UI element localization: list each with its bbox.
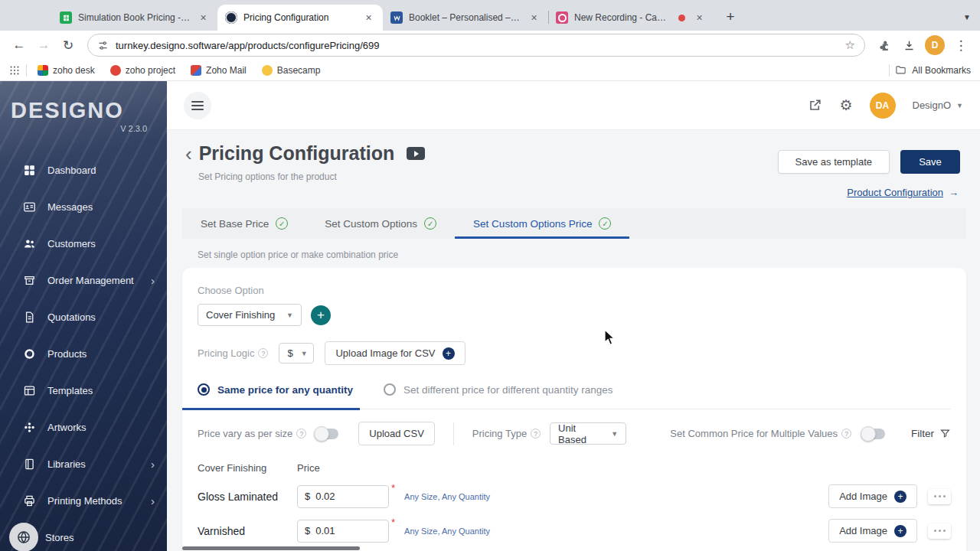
save-as-template-button[interactable]: Save as template (778, 150, 890, 174)
option-name: Gloss Laminated (198, 491, 297, 503)
bookmark-zoho-mail[interactable]: Zoho Mail (186, 65, 251, 76)
app-window: DESIGNO V 2.3.0 Dashboard Messages Custo… (0, 81, 980, 551)
info-icon[interactable]: ? (296, 429, 306, 439)
pricing-controls-row: Price vary as per size ? Upload CSV Pric… (198, 422, 951, 445)
sidebar-item-label: Order Management (47, 275, 134, 286)
close-icon[interactable]: × (197, 11, 210, 24)
chevron-down-icon[interactable]: ▼ (963, 13, 971, 21)
plus-circle-icon: + (894, 525, 906, 537)
sidebar-item-artworks[interactable]: Artworks (0, 409, 167, 445)
zoho-mail-icon (191, 65, 201, 76)
tab-set-base-price[interactable]: Set Base Price ✓ (182, 208, 306, 239)
pricing-steps-tabs: Set Base Price ✓ Set Custom Options ✓ Se… (182, 208, 966, 239)
sidebar-item-messages[interactable]: Messages (0, 188, 167, 225)
horizontal-scrollbar-thumb[interactable] (182, 546, 360, 550)
close-icon[interactable]: × (528, 11, 541, 24)
tune-icon[interactable] (97, 40, 109, 51)
price-value-input[interactable] (315, 491, 381, 502)
camera-icon (556, 11, 568, 24)
add-image-button[interactable]: Add Image + (828, 484, 917, 508)
browser-tab-sheets[interactable]: Simulation Book Pricing - 1.x × (52, 5, 217, 31)
download-icon[interactable] (897, 34, 920, 57)
back-chevron-button[interactable]: ‹ (185, 144, 192, 164)
sidebar-item-printing-methods[interactable]: Printing Methods › (0, 482, 167, 519)
add-option-button[interactable]: + (311, 305, 331, 325)
more-options-button[interactable] (928, 489, 951, 504)
user-avatar[interactable]: DA (870, 93, 896, 119)
all-bookmarks-button[interactable]: All Bookmarks (912, 65, 971, 76)
workspace-switcher[interactable]: DesignO ▼ (913, 99, 964, 111)
bookmark-zoho-project[interactable]: zoho project (106, 65, 180, 76)
add-image-button[interactable]: Add Image + (828, 519, 917, 543)
close-icon[interactable]: × (693, 11, 706, 24)
sidebar-item-label: Artworks (47, 422, 87, 433)
sidebar-item-templates[interactable]: Templates (0, 372, 167, 409)
tab-title: Booklet – Personalised – Wor (409, 12, 521, 23)
sidebar-item-libraries[interactable]: Libraries › (0, 445, 167, 482)
tab-title: New Recording - Camera (574, 12, 672, 23)
browser-profile-avatar[interactable]: D (925, 35, 945, 55)
sidebar-item-quotations[interactable]: Quotations (0, 298, 167, 335)
sidebar-item-customers[interactable]: Customers (0, 225, 167, 262)
sidebar-item-label: Quotations (47, 311, 96, 323)
bookmark-zoho-desk[interactable]: zoho desk (33, 65, 100, 76)
back-button[interactable]: ← (8, 34, 31, 57)
quantity-mode-row: Same price for any quantity Set differen… (198, 383, 951, 409)
bookmark-basecamp[interactable]: Basecamp (257, 65, 325, 76)
radio-same-price[interactable]: Same price for any quantity (198, 383, 353, 396)
sidebar-item-stores[interactable]: Stores (0, 519, 167, 551)
save-button[interactable]: Save (900, 150, 960, 174)
price-input[interactable]: $ (297, 485, 389, 508)
info-icon[interactable]: ? (258, 348, 268, 358)
more-options-button[interactable] (928, 523, 951, 539)
forward-button[interactable]: → (32, 34, 55, 57)
apps-grid-icon[interactable] (9, 65, 20, 76)
common-price-toggle[interactable] (862, 429, 885, 439)
tutorial-video-icon[interactable] (407, 147, 425, 160)
browser-tab-booklet[interactable]: Booklet – Personalised – Wor × (383, 5, 548, 31)
customers-icon (23, 237, 36, 250)
sidebar-item-order-management[interactable]: Order Management › (0, 262, 167, 298)
sidebar-item-products[interactable]: Products (0, 335, 167, 372)
hamburger-menu-button[interactable] (184, 92, 211, 119)
currency-prefix: $ (305, 491, 310, 502)
tab-set-custom-options[interactable]: Set Custom Options ✓ (306, 208, 455, 239)
sidebar-item-dashboard[interactable]: Dashboard (0, 152, 167, 188)
printing-methods-icon (23, 494, 36, 507)
browser-tab-pricing-configuration[interactable]: Pricing Configuration × (217, 5, 383, 31)
reload-button[interactable]: ↻ (57, 34, 80, 57)
zoho-project-icon (110, 65, 121, 76)
currency-select[interactable]: $ ▼ (279, 343, 314, 364)
product-configuration-link[interactable]: Product Configuration → (847, 187, 959, 198)
option-name: Varnished (198, 525, 297, 537)
settings-gear-icon[interactable]: ⚙ (839, 98, 852, 112)
browser-tab-camera[interactable]: New Recording - Camera × (548, 5, 714, 31)
filter-button[interactable]: Filter (911, 428, 951, 439)
price-input[interactable]: $ (297, 520, 389, 543)
bookmark-star-icon[interactable]: ☆ (845, 38, 855, 52)
upload-image-for-csv-button[interactable]: Upload Image for CSV + (325, 341, 465, 365)
price-vary-toggle[interactable] (315, 429, 338, 439)
info-icon[interactable]: ? (531, 429, 541, 439)
pricing-type-label: Pricing Type ? (472, 428, 541, 439)
new-tab-button[interactable]: + (720, 6, 741, 28)
kebab-menu-icon[interactable]: ⋮ (949, 34, 972, 57)
chat-widget-button[interactable] (9, 523, 38, 551)
plus-circle-icon: + (894, 491, 906, 503)
radio-different-price[interactable]: Set different price for different quanti… (384, 383, 612, 396)
address-bar[interactable]: turnkey.designo.software/app/products/co… (87, 34, 865, 57)
price-value-input[interactable] (315, 525, 381, 536)
sidebar: DESIGNO V 2.3.0 Dashboard Messages Custo… (0, 81, 167, 551)
info-icon[interactable]: ? (841, 429, 851, 439)
step-label: Set Custom Options (325, 218, 417, 230)
extensions-icon[interactable] (873, 34, 896, 57)
check-circle-icon: ✓ (276, 217, 288, 230)
radio-label: Same price for any quantity (217, 384, 353, 396)
pricing-type-select[interactable]: Unit Based ▼ (550, 422, 626, 445)
page-title: Pricing Configuration (199, 142, 395, 165)
upload-csv-button[interactable]: Upload CSV (358, 422, 435, 445)
tab-set-custom-options-price[interactable]: Set Custom Options Price ✓ (455, 208, 629, 239)
open-in-new-icon[interactable] (808, 98, 822, 112)
option-select[interactable]: Cover Finishing ▼ (198, 304, 302, 326)
close-icon[interactable]: × (362, 11, 375, 24)
